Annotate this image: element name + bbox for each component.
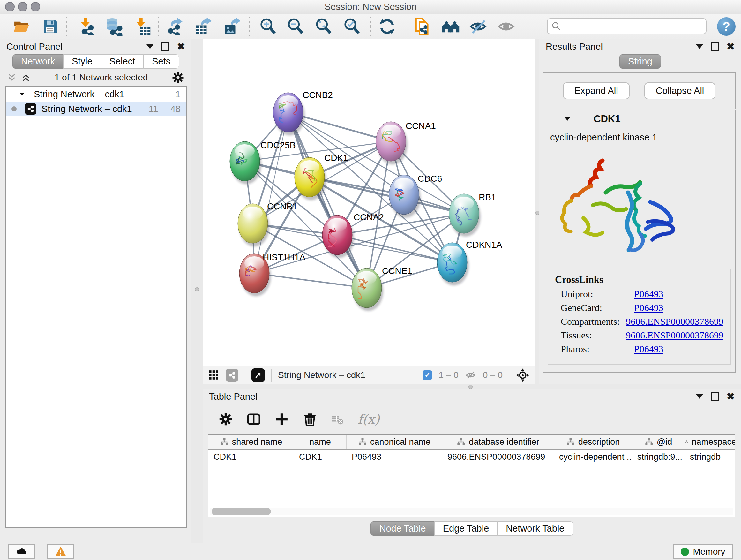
clone-network-icon[interactable] — [412, 16, 432, 37]
collection-expand-icon[interactable] — [18, 91, 25, 98]
network-options-gear-icon[interactable] — [172, 71, 185, 84]
tab-sets[interactable]: Sets — [143, 54, 179, 69]
float-panel-icon[interactable] — [711, 392, 719, 401]
node-table[interactable]: shared namenamecanonical namedatabase id… — [208, 434, 735, 517]
selected-count-badge: 1 – 0 — [439, 370, 458, 380]
delete-table-icon-disabled — [331, 413, 344, 426]
import-network-icon[interactable] — [76, 16, 97, 37]
network-canvas[interactable]: CCNB2CCNA1CDC25BCDK1CDC6RB1CCNB1CCNA2CDK… — [203, 39, 536, 366]
tab-style[interactable]: Style — [63, 54, 101, 69]
hide-selected-icon[interactable] — [468, 16, 488, 37]
zoom-fit-icon[interactable] — [313, 16, 334, 37]
zoom-in-icon[interactable] — [258, 16, 278, 37]
close-panel-icon[interactable]: ✖ — [727, 42, 735, 51]
left-splitter[interactable] — [192, 39, 203, 543]
table-horizontal-scrollbar[interactable] — [210, 508, 733, 515]
help-icon[interactable]: ? — [717, 17, 736, 36]
column-header-databaseidentifier[interactable]: database identifier — [442, 435, 554, 449]
export-table-icon[interactable] — [193, 16, 213, 37]
memory-button[interactable]: Memory — [673, 544, 733, 559]
column-header-canonicalname[interactable]: canonical name — [347, 435, 442, 449]
import-network-database-icon[interactable] — [104, 16, 124, 37]
column-header-namespace[interactable]: namespace — [685, 435, 735, 449]
birds-eye-view-icon[interactable] — [208, 370, 219, 381]
expand-all-button[interactable]: Expand All — [563, 82, 630, 99]
network-svg[interactable]: CCNB2CCNA1CDC25BCDK1CDC6RB1CCNB1CCNA2CDK… — [203, 39, 536, 366]
tab-node-table[interactable]: Node Table — [370, 521, 434, 536]
svg-text:CCNE1: CCNE1 — [382, 266, 412, 276]
collapse-panel-icon[interactable] — [696, 44, 703, 49]
zoom-out-icon[interactable] — [285, 16, 306, 37]
warnings-button[interactable] — [47, 544, 74, 559]
table-options-gear-icon[interactable] — [219, 412, 232, 426]
control-panel-tabs: NetworkStyleSelectSets — [0, 54, 192, 69]
crosslink-link[interactable]: P06493 — [634, 344, 664, 354]
table-panel-title: Table Panel — [209, 391, 258, 402]
network-list: String Network – cdk1 1 String Network –… — [5, 86, 187, 528]
network-collection-row[interactable]: String Network – cdk1 1 — [6, 87, 186, 102]
column-header-id[interactable]: @id — [632, 435, 685, 449]
close-panel-icon[interactable]: ✖ — [177, 42, 185, 51]
crosslink-link[interactable]: P06493 — [634, 289, 664, 300]
section-collapse-icon[interactable] — [563, 115, 571, 123]
column-header-sharedname[interactable]: shared name — [208, 435, 294, 449]
cytoscape-window: Session: New Session — [0, 0, 741, 560]
warning-icon — [54, 545, 67, 558]
import-table-icon[interactable] — [132, 16, 152, 37]
crosslink-link[interactable]: 9606.ENSP00000378699 — [626, 330, 724, 341]
collapse-all-button[interactable]: Collapse All — [644, 82, 716, 99]
network-row[interactable]: String Network – cdk1 11 48 — [6, 102, 186, 116]
string-badge-icon[interactable] — [226, 369, 239, 381]
crosslink-row: Pharos: P06493 — [561, 344, 724, 354]
search-input[interactable] — [564, 21, 702, 32]
memory-status-dot — [681, 548, 689, 556]
svg-text:CCNB1: CCNB1 — [267, 201, 297, 211]
column-header-description[interactable]: description — [554, 435, 632, 449]
refresh-icon[interactable] — [377, 16, 397, 37]
toolbar-separator — [158, 17, 158, 36]
show-all-icon[interactable] — [496, 16, 517, 37]
crosslink-link[interactable]: P06493 — [634, 302, 664, 313]
tab-network[interactable]: Network — [12, 54, 64, 69]
save-session-icon[interactable] — [40, 16, 61, 37]
delete-column-icon[interactable] — [303, 412, 317, 426]
collapse-panel-icon[interactable] — [146, 44, 153, 49]
control-panel: Control Panel ✖ NetworkStyleSelectSets 1… — [0, 39, 192, 543]
close-panel-icon[interactable]: ✖ — [727, 392, 735, 401]
tab-edge-table[interactable]: Edge Table — [434, 521, 498, 536]
float-panel-icon[interactable] — [161, 42, 170, 51]
tab-select[interactable]: Select — [101, 54, 144, 69]
search-box[interactable] — [547, 18, 706, 34]
collection-count: 1 — [176, 89, 181, 100]
first-neighbors-icon[interactable] — [441, 16, 461, 37]
results-panel-title: Results Panel — [546, 42, 603, 52]
collapse-all-networks-icon[interactable] — [21, 73, 30, 82]
open-in-new-icon[interactable] — [252, 368, 265, 382]
network-row-label: String Network – cdk1 — [42, 104, 132, 114]
open-session-icon[interactable] — [11, 16, 31, 37]
float-panel-icon[interactable] — [711, 42, 719, 51]
fit-content-crosshair-icon[interactable] — [516, 368, 530, 382]
crosslink-row: Uniprot: P06493 — [561, 289, 724, 300]
gene-name: CDK1 — [594, 113, 620, 125]
hidden-eye-icon[interactable] — [465, 369, 476, 381]
tab-string[interactable]: String — [619, 54, 661, 69]
zoom-selected-icon[interactable] — [342, 16, 362, 37]
main-toolbar: ? — [0, 14, 741, 39]
network-node-CCNE1 — [352, 268, 383, 311]
export-image-icon[interactable] — [222, 16, 242, 37]
cloud-status-button[interactable] — [8, 544, 35, 559]
column-header-name[interactable]: name — [294, 435, 347, 449]
show-columns-icon[interactable] — [247, 412, 261, 426]
export-network-icon[interactable] — [165, 16, 185, 37]
bottom-splitter[interactable] — [203, 384, 741, 389]
right-splitter[interactable] — [536, 39, 539, 384]
scrollbar-thumb[interactable] — [212, 508, 271, 515]
crosslink-link[interactable]: 9606.ENSP00000378699 — [626, 316, 724, 327]
tab-network-table[interactable]: Network Table — [497, 521, 573, 536]
selected-nodes-checkbox[interactable]: ✓ — [422, 370, 432, 380]
expand-all-networks-icon[interactable] — [7, 73, 17, 82]
collapse-panel-icon[interactable] — [696, 394, 703, 399]
add-column-icon[interactable] — [275, 412, 289, 426]
table-row[interactable]: CDK1CDK1P064939606.ENSP00000378699cyclin… — [208, 449, 735, 464]
